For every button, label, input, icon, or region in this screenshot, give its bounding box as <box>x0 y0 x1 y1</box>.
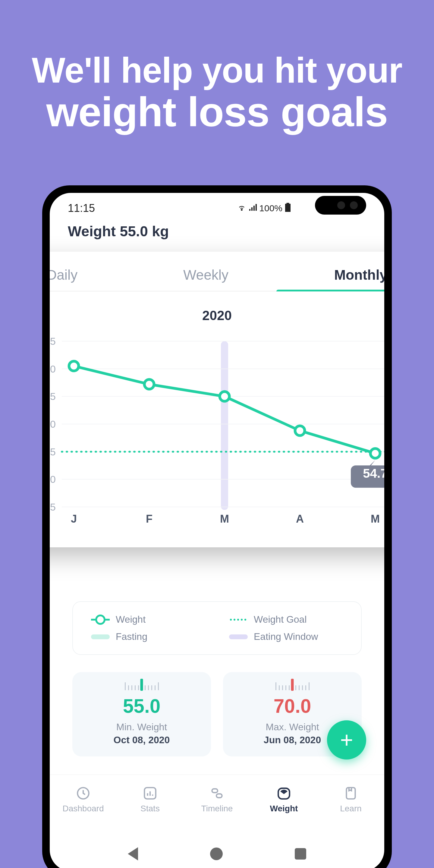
status-indicators: 100% <box>238 203 291 214</box>
legend-weight-label: Weight <box>116 614 146 625</box>
svg-text:75: 75 <box>50 336 56 347</box>
headline-line2: weight loss goals <box>0 90 434 134</box>
svg-rect-7 <box>221 341 228 510</box>
phone-screen: 11:15 100% Weight 55.0 kg Daily Weekly M… <box>50 193 384 868</box>
svg-rect-6 <box>285 204 290 212</box>
legend-goal-icon <box>229 619 248 621</box>
add-button[interactable]: + <box>327 720 366 760</box>
svg-rect-4 <box>255 204 257 210</box>
legend-goal: Weight Goal <box>217 611 355 628</box>
status-bar: 11:15 100% <box>50 201 384 216</box>
promo-headline: We'll help you hit your weight loss goal… <box>0 0 434 134</box>
learn-icon <box>343 786 358 801</box>
max-weight-value: 70.0 <box>229 695 355 717</box>
min-weight-value: 55.0 <box>79 695 205 717</box>
svg-rect-5 <box>287 203 289 204</box>
page-title: Weight 55.0 kg <box>68 223 169 240</box>
svg-point-26 <box>295 426 305 435</box>
chart-card: Daily Weekly Monthly 2020 45505560657075… <box>50 252 384 547</box>
legend-fasting-label: Fasting <box>116 631 147 642</box>
svg-point-27 <box>370 448 380 458</box>
tab-daily[interactable]: Daily <box>50 267 78 283</box>
period-tabs: Daily Weekly Monthly <box>50 267 384 291</box>
plus-icon: + <box>340 727 353 753</box>
svg-text:M: M <box>220 513 229 525</box>
legend-weight-icon <box>91 619 110 621</box>
bottom-nav: Dashboard Stats Timeline Weight Learn <box>50 775 384 824</box>
tick-indicator-max <box>291 679 294 691</box>
weight-chart[interactable]: 45505560657075JFMAM54.7 <box>50 332 384 528</box>
tab-monthly[interactable]: Monthly <box>334 267 384 283</box>
legend-weight: Weight <box>79 611 217 628</box>
status-time: 11:15 <box>68 202 95 215</box>
svg-point-24 <box>144 379 154 389</box>
svg-text:65: 65 <box>50 391 56 402</box>
chart-wrap: 2020 45505560657075JFMAM54.7 <box>50 291 384 529</box>
svg-text:45: 45 <box>50 501 56 513</box>
min-weight-label: Min. Weight <box>79 721 205 733</box>
phone-frame: 11:15 100% Weight 55.0 kg Daily Weekly M… <box>42 185 392 868</box>
battery-icon <box>285 203 291 214</box>
nav-weight[interactable]: Weight <box>250 775 317 824</box>
legend-fasting: Fasting <box>79 628 217 645</box>
svg-text:M: M <box>371 513 380 525</box>
legend-eating: Eating Window <box>217 628 355 645</box>
recents-button[interactable] <box>295 848 306 860</box>
timeline-icon <box>210 786 224 801</box>
home-button[interactable] <box>210 847 223 860</box>
tick-indicator-min <box>141 679 143 691</box>
svg-text:A: A <box>296 513 304 525</box>
dashboard-icon <box>76 786 91 801</box>
scale-ticks-max <box>229 681 355 690</box>
legend-eating-label: Eating Window <box>254 631 318 642</box>
nav-dashboard[interactable]: Dashboard <box>50 775 117 824</box>
nav-timeline[interactable]: Timeline <box>184 775 250 824</box>
svg-rect-3 <box>253 206 255 211</box>
svg-rect-36 <box>212 789 218 793</box>
svg-text:J: J <box>71 513 77 525</box>
svg-point-23 <box>69 361 79 371</box>
wifi-icon <box>238 203 246 214</box>
svg-text:70: 70 <box>50 363 56 375</box>
min-weight-date: Oct 08, 2020 <box>79 735 205 746</box>
signal-icon <box>248 203 257 214</box>
svg-rect-37 <box>216 794 222 798</box>
back-button[interactable] <box>128 847 138 861</box>
tab-underline <box>276 290 384 291</box>
nav-learn[interactable]: Learn <box>317 775 384 824</box>
legend-eating-icon <box>229 634 248 639</box>
chart-legend: Weight Weight Goal Fasting Eating Window <box>72 601 362 655</box>
svg-text:50: 50 <box>50 473 56 485</box>
svg-point-25 <box>220 392 229 401</box>
svg-text:55: 55 <box>50 446 56 458</box>
svg-rect-1 <box>249 209 250 211</box>
svg-point-0 <box>241 209 243 210</box>
weight-icon <box>276 786 291 801</box>
svg-text:60: 60 <box>50 418 56 430</box>
headline-line1: We'll help you hit your <box>0 51 434 90</box>
chart-title: 2020 <box>50 308 384 323</box>
android-system-nav <box>50 847 384 861</box>
stats-icon <box>143 786 158 801</box>
legend-goal-label: Weight Goal <box>254 614 307 625</box>
battery-text: 100% <box>259 203 282 213</box>
svg-text:54.7: 54.7 <box>363 466 384 480</box>
tab-weekly[interactable]: Weekly <box>183 267 228 283</box>
stat-cards: 55.0 Min. Weight Oct 08, 2020 70.0 Max. … <box>72 672 362 756</box>
svg-rect-2 <box>251 207 253 211</box>
scale-ticks-min <box>79 681 205 690</box>
svg-text:F: F <box>146 513 153 525</box>
legend-fasting-icon <box>91 634 110 639</box>
nav-stats[interactable]: Stats <box>117 775 184 824</box>
min-weight-card[interactable]: 55.0 Min. Weight Oct 08, 2020 <box>72 672 211 756</box>
